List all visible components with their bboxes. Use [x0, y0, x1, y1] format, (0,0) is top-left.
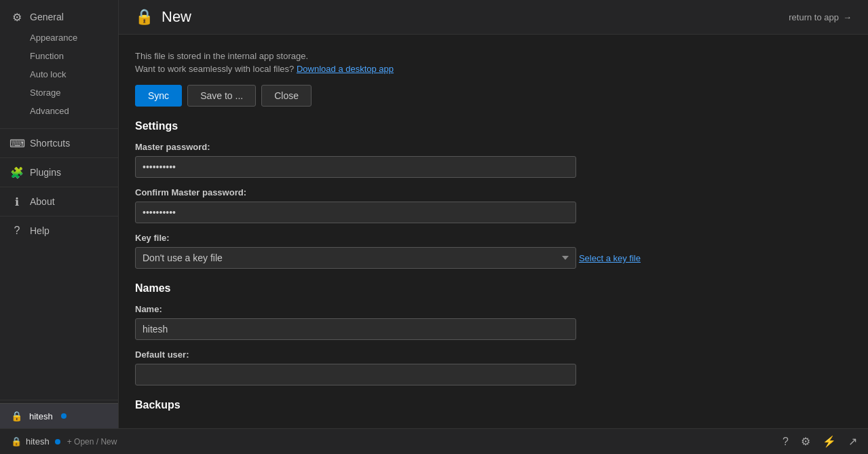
sidebar-divider-1	[0, 128, 118, 129]
lightning-bottom-icon[interactable]: ⚡	[823, 435, 836, 448]
confirm-password-label: Confirm Master password:	[135, 187, 852, 197]
master-password-label: Master password:	[135, 142, 852, 152]
sidebar-divider-4	[0, 216, 118, 216]
sidebar-sub-function[interactable]: Function	[0, 47, 118, 65]
sidebar: ⚙ General Appearance Function Auto lock …	[0, 0, 119, 428]
help-icon: ?	[11, 225, 23, 237]
page-title: New	[162, 8, 191, 26]
return-to-app-button[interactable]: return to app →	[789, 12, 852, 22]
main-body: This file is stored in the internal app …	[119, 35, 868, 428]
blue-dot-indicator	[61, 413, 67, 419]
sidebar-item-help[interactable]: ? Help	[0, 219, 118, 242]
sidebar-plugins-label: Plugins	[30, 167, 61, 178]
sidebar-spacer	[0, 242, 118, 397]
sidebar-sub-storage[interactable]: Storage	[0, 83, 118, 102]
sidebar-active-db[interactable]: 🔒 hitesh	[0, 403, 118, 428]
sidebar-item-plugins[interactable]: 🧩 Plugins	[0, 161, 118, 184]
master-password-input[interactable]	[135, 156, 576, 178]
save-to-button[interactable]: Save to ...	[187, 85, 256, 107]
info-icon: ℹ	[11, 195, 23, 208]
bottom-db-name: hitesh	[26, 436, 50, 447]
close-button[interactable]: Close	[261, 85, 312, 107]
default-user-group: Default user:	[135, 349, 852, 385]
sidebar-divider-3	[0, 187, 118, 187]
desktop-info-text: Want to work seamlessly with local files…	[135, 64, 852, 74]
main-title-container: 🔒 New	[135, 8, 191, 26]
sync-button[interactable]: Sync	[135, 85, 182, 107]
bottom-lock-icon: 🔒	[11, 436, 22, 447]
main-content: 🔒 New return to app → This file is store…	[119, 0, 868, 428]
default-user-input[interactable]	[135, 364, 576, 385]
key-file-select[interactable]: Don't use a key file	[135, 247, 576, 269]
sidebar-general-section: ⚙ General Appearance Function Auto lock …	[0, 0, 118, 126]
title-lock-icon: 🔒	[135, 8, 153, 26]
master-password-group: Master password:	[135, 142, 852, 178]
return-arrow-icon: →	[843, 12, 852, 22]
sidebar-divider-5	[0, 400, 118, 400]
bottom-left: 🔒 hitesh + Open / New	[11, 436, 117, 447]
sidebar-general-label: General	[30, 12, 64, 22]
shortcuts-icon: ⌨	[11, 137, 23, 149]
sidebar-item-about[interactable]: ℹ About	[0, 190, 118, 213]
sidebar-shortcuts-label: Shortcuts	[30, 138, 70, 149]
gear-icon: ⚙	[11, 11, 23, 23]
name-group: Name:	[135, 304, 852, 340]
desktop-text-static: Want to work seamlessly with local files…	[135, 64, 294, 74]
key-file-group: Key file: Don't use a key file Select a …	[135, 233, 852, 269]
action-buttons: Sync Save to ... Close	[135, 85, 852, 107]
settings-bottom-icon[interactable]: ⚙	[801, 435, 810, 448]
bottom-bar: 🔒 hitesh + Open / New ? ⚙ ⚡ ↗	[0, 428, 868, 454]
help-bottom-icon[interactable]: ?	[782, 436, 789, 448]
sidebar-about-label: About	[30, 196, 55, 207]
name-label: Name:	[135, 304, 852, 314]
bottom-open-label[interactable]: + Open / New	[67, 437, 117, 447]
name-input[interactable]	[135, 318, 576, 340]
export-bottom-icon[interactable]: ↗	[848, 435, 857, 448]
sidebar-item-general[interactable]: ⚙ General	[0, 5, 118, 29]
sidebar-sub-advanced[interactable]: Advanced	[0, 102, 118, 120]
sidebar-divider-2	[0, 157, 118, 158]
confirm-password-input[interactable]	[135, 202, 576, 223]
sidebar-item-shortcuts[interactable]: ⌨ Shortcuts	[0, 132, 118, 155]
bottom-right: ? ⚙ ⚡ ↗	[782, 435, 857, 448]
settings-section-title: Settings	[135, 120, 852, 132]
main-header: 🔒 New return to app →	[119, 0, 868, 35]
backups-section-title: Backups	[135, 399, 852, 411]
names-section-title: Names	[135, 282, 852, 295]
confirm-password-group: Confirm Master password:	[135, 187, 852, 223]
sidebar-sub-autolock[interactable]: Auto lock	[0, 65, 118, 83]
desktop-app-link[interactable]: Download a desktop app	[297, 64, 394, 74]
default-user-label: Default user:	[135, 349, 852, 360]
bottom-blue-dot	[55, 439, 60, 444]
bottom-db-item[interactable]: 🔒 hitesh	[11, 436, 60, 447]
sidebar-help-label: Help	[30, 225, 50, 236]
db-lock-icon: 🔒	[11, 411, 22, 421]
sidebar-sub-appearance[interactable]: Appearance	[0, 29, 118, 47]
select-key-file-link[interactable]: Select a key file	[579, 253, 641, 263]
sidebar-db-name: hitesh	[29, 411, 53, 421]
plugins-icon: 🧩	[11, 166, 23, 178]
storage-info-text: This file is stored in the internal app …	[135, 51, 852, 61]
return-to-app-label: return to app	[789, 12, 839, 22]
key-file-label: Key file:	[135, 233, 852, 243]
